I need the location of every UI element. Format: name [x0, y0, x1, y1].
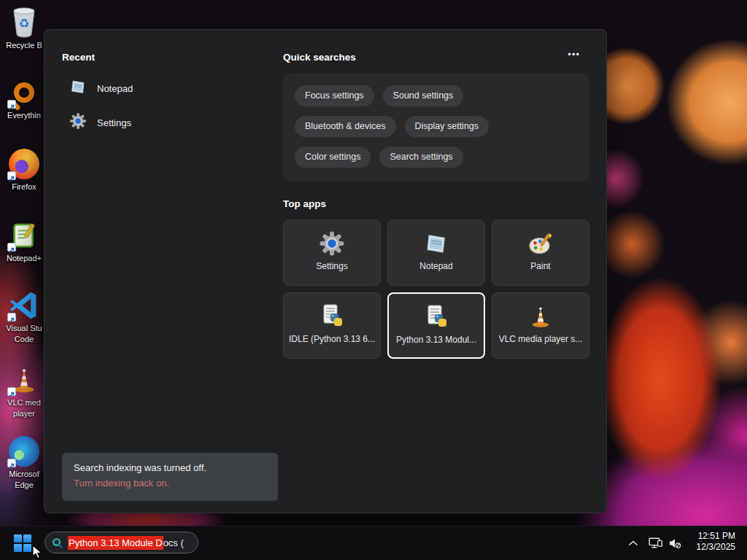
windows-logo-icon: [23, 534, 31, 542]
top-app-label: Notepad: [419, 261, 452, 271]
recent-item-notepad[interactable]: Notepad: [69, 78, 133, 98]
quick-search-pill[interactable]: Display settings: [405, 116, 489, 137]
top-app-tile-python-module-docs[interactable]: Python 3.13 Modul...: [387, 292, 485, 359]
top-app-label: IDLE (Python 3.13 6...: [289, 334, 375, 344]
desktop-icon-label: Everythin: [1, 111, 47, 120]
shortcut-arrow-icon: [7, 243, 16, 252]
turn-indexing-on-link[interactable]: Turn indexing back on.: [74, 478, 266, 489]
clock-time: 12:51 PM: [684, 531, 735, 542]
quick-search-pill[interactable]: Color settings: [295, 147, 371, 168]
desktop-icon-label: Microsof: [1, 470, 47, 479]
top-app-label: Python 3.13 Modul...: [396, 335, 476, 345]
indexing-notification: Search indexing was turned off. Turn ind…: [62, 453, 278, 501]
desktop-icon-label: Visual Stu: [1, 324, 47, 333]
desktop-icon-edge[interactable]: Microsof Edge: [1, 435, 47, 490]
everything-icon: [1, 76, 47, 109]
windows-logo-icon: [14, 544, 22, 552]
desktop-icon-label: player: [1, 409, 47, 419]
more-options-button[interactable]: •••: [563, 47, 584, 61]
top-app-tile-idle-python[interactable]: IDLE (Python 3.13 6...: [283, 292, 381, 359]
vlc-cone-icon: [1, 363, 47, 397]
top-app-tile-vlc[interactable]: VLC media player s...: [492, 292, 589, 359]
notepad-icon: [69, 78, 87, 98]
tray-chevron-up-icon[interactable]: [627, 537, 639, 549]
recent-item-label: Notepad: [97, 83, 133, 94]
vscode-icon: [1, 289, 47, 322]
svg-text:♻: ♻: [18, 17, 29, 31]
desktop-icon-label: Code: [1, 335, 47, 344]
gear-icon: [319, 230, 345, 257]
desktop-icon-everything[interactable]: Everythin: [1, 76, 47, 120]
shortcut-arrow-icon: [7, 459, 16, 467]
windows-logo-icon: [14, 534, 22, 542]
tray-network-icon[interactable]: [648, 535, 663, 551]
quick-search-pill[interactable]: Sound settings: [383, 85, 464, 106]
vlc-cone-icon: [528, 303, 553, 330]
recent-item-settings[interactable]: Settings: [69, 112, 131, 133]
top-app-tile-paint[interactable]: Paint: [492, 219, 589, 286]
recent-item-label: Settings: [97, 117, 131, 128]
notepad-icon: [424, 230, 449, 257]
top-app-label: Paint: [530, 261, 550, 271]
recycle-bin-icon: ♻: [1, 6, 47, 39]
quick-search-pill[interactable]: Focus settings: [295, 85, 374, 106]
desktop-icon-vscode[interactable]: Visual Stu Code: [1, 289, 47, 344]
search-flyout-panel: Recent Notepad: [44, 29, 607, 513]
search-query-selected-text: Python 3.13 Module D: [68, 536, 163, 550]
quick-searches-card: Focus settings Sound settings Bluetooth …: [283, 74, 589, 181]
recent-section-title: Recent: [62, 52, 95, 63]
desktop-icon-label: VLC med: [1, 398, 47, 408]
desktop-screen: ♻ Recycle B Everythin Firefox: [0, 0, 747, 560]
edge-icon: [1, 435, 47, 468]
shortcut-arrow-icon: [7, 171, 16, 180]
top-apps-title: Top apps: [283, 198, 326, 209]
tray-volume-muted-icon[interactable]: [667, 536, 682, 551]
start-button[interactable]: [14, 534, 32, 553]
taskbar-search-input[interactable]: Python 3.13 Module Docs (: [44, 532, 198, 553]
python-document-icon: [423, 303, 449, 331]
desktop-icon-notepad-plus-plus[interactable]: Notepad+: [1, 219, 47, 263]
top-app-label: VLC media player s...: [499, 334, 583, 344]
desktop-icon-label: Recycle B: [1, 41, 47, 50]
top-app-label: Settings: [316, 261, 347, 271]
quick-searches-title: Quick searches: [283, 52, 356, 63]
clock-date: 12/3/2025: [684, 542, 735, 553]
search-icon: [51, 537, 63, 549]
top-apps-grid: Settings Notepad: [283, 219, 589, 359]
quick-search-pill[interactable]: Bluetooth & devices: [295, 116, 396, 137]
desktop-icon-label: Firefox: [1, 182, 47, 192]
taskbar-clock[interactable]: 12:51 PM 12/3/2025: [684, 531, 735, 553]
desktop-icon-label: Notepad+: [1, 254, 47, 263]
notepad-plus-plus-icon: [1, 219, 47, 252]
top-app-tile-settings[interactable]: Settings: [283, 219, 381, 286]
notification-message: Search indexing was turned off.: [74, 462, 266, 473]
shortcut-arrow-icon: [7, 313, 16, 322]
top-app-tile-notepad[interactable]: Notepad: [387, 219, 485, 286]
firefox-icon: [1, 147, 47, 181]
mouse-cursor: [31, 545, 44, 560]
desktop-icon-firefox[interactable]: Firefox: [1, 147, 47, 192]
desktop-icon-recycle-bin[interactable]: ♻ Recycle B: [1, 6, 47, 50]
desktop-icon-label: Edge: [1, 481, 47, 490]
search-query-text: Python 3.13 Module Docs (: [68, 537, 184, 548]
search-query-rest-text: ocs (: [163, 537, 184, 548]
paint-palette-icon: [527, 230, 554, 257]
quick-search-pill[interactable]: Search settings: [379, 147, 462, 168]
python-document-icon: [319, 303, 345, 330]
gear-icon: [69, 112, 87, 133]
shortcut-arrow-icon: [7, 387, 16, 396]
shortcut-arrow-icon: [7, 100, 16, 109]
desktop-icon-vlc[interactable]: VLC med player: [1, 363, 47, 419]
